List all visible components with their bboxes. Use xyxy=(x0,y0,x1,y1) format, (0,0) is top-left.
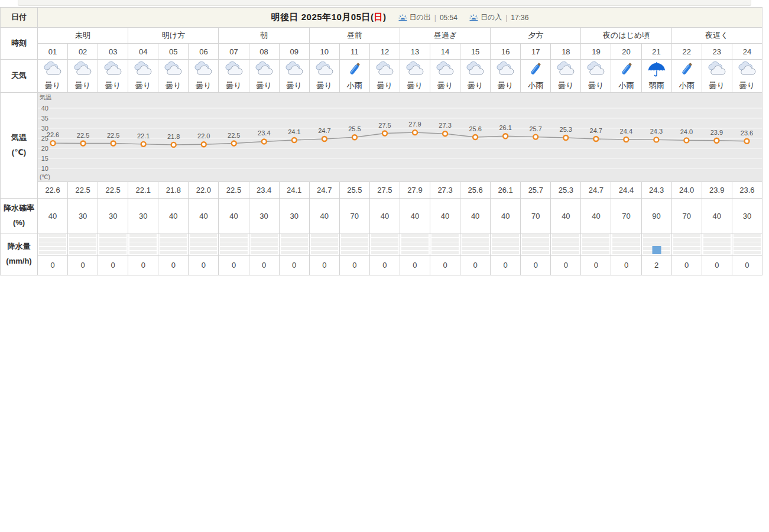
temperature-marker xyxy=(111,141,116,146)
precip-probability-cell: 40 xyxy=(430,199,460,233)
precip-bar-area xyxy=(703,234,731,254)
svg-text:25.3: 25.3 xyxy=(560,126,572,133)
weather-label: 曇り xyxy=(377,80,392,91)
precip-amount-cell: 0 xyxy=(430,233,460,275)
svg-text:15: 15 xyxy=(41,155,48,162)
temperature-value-cell: 22.1 xyxy=(128,182,158,199)
light-rain-icon xyxy=(616,61,637,80)
weather-cell: 曇り xyxy=(430,60,460,93)
temp-chart-svg: 40353025201510気温(℃)22.622.522.522.121.82… xyxy=(38,93,762,181)
precip-bar-area xyxy=(734,234,761,254)
precip-amount-value: 0 xyxy=(280,256,309,274)
cloudy-icon xyxy=(132,61,154,80)
svg-text:24.4: 24.4 xyxy=(620,128,632,135)
svg-text:10: 10 xyxy=(41,165,48,172)
cloudy-icon xyxy=(193,61,214,80)
precip-amount-value: 0 xyxy=(521,256,550,274)
temperature-value-cell: 27.9 xyxy=(400,182,430,199)
precip-amount-cell: 2 xyxy=(641,233,671,275)
period-cell-3: 朝 xyxy=(219,28,309,44)
weather-label: 曇り xyxy=(45,80,60,91)
precip-bar-area xyxy=(69,234,96,254)
weather-cell: 曇り xyxy=(38,60,68,93)
temperature-marker xyxy=(563,135,568,140)
svg-text:27.3: 27.3 xyxy=(439,122,451,129)
cloudy-icon xyxy=(374,61,395,80)
hour-cell: 01 xyxy=(38,44,68,60)
svg-text:22.5: 22.5 xyxy=(107,132,119,139)
precip-bar-area xyxy=(673,234,700,254)
sunrise-info: 日の出|05:54 xyxy=(398,12,457,22)
weather-label: 弱雨 xyxy=(649,80,664,91)
temperature-marker xyxy=(292,138,297,142)
precip-probability-cell: 90 xyxy=(641,199,671,233)
cloudy-icon xyxy=(585,61,606,80)
weather-cell: 曇り xyxy=(219,60,249,93)
precip-probability-cell: 40 xyxy=(309,199,339,233)
svg-text:26.1: 26.1 xyxy=(499,124,511,131)
precip-bar-area xyxy=(129,234,157,254)
precip-probability-cell: 70 xyxy=(521,199,551,233)
hour-cell: 06 xyxy=(189,44,219,60)
svg-text:25.7: 25.7 xyxy=(529,125,541,132)
date-row-label: 日付 xyxy=(1,8,38,28)
precip-amount-value: 0 xyxy=(219,256,248,274)
forecast-date: 明後日 2025年10月05日(日) xyxy=(271,12,387,23)
precip-probability-cell: 40 xyxy=(460,199,491,233)
precip-bar-area xyxy=(492,234,519,254)
temperature-value-cell: 22.6 xyxy=(38,182,68,199)
temperature-marker xyxy=(202,142,206,147)
svg-text:24.7: 24.7 xyxy=(318,127,330,134)
precip-amount-cell: 0 xyxy=(702,233,732,275)
precip-amount-cell: 0 xyxy=(611,233,641,275)
precip-probability-cell: 40 xyxy=(581,199,611,233)
weather-cell: 曇り xyxy=(128,60,158,93)
temperature-value-cell: 25.6 xyxy=(460,182,491,199)
weather-cell: 曇り xyxy=(98,60,128,93)
precip-amount-cell: 0 xyxy=(38,233,68,275)
precip-amount-cell: 0 xyxy=(521,233,551,275)
temperature-chart-cell: 40353025201510気温(℃)22.622.522.522.121.82… xyxy=(38,93,762,182)
temperature-marker xyxy=(262,139,267,144)
hourly-forecast-table: 日付 明後日 2025年10月05日(日) 日の出|05:54 日の入|17:3… xyxy=(0,7,762,275)
temperature-marker xyxy=(624,137,628,142)
weather-cell: 曇り xyxy=(189,60,219,93)
period-cell-1: 未明 xyxy=(38,28,128,44)
svg-text:23.6: 23.6 xyxy=(741,129,753,137)
precip-amount-cell: 0 xyxy=(98,233,128,275)
cloudy-icon xyxy=(706,61,728,80)
temperature-value-cell: 24.4 xyxy=(611,182,641,199)
precip-amount-cell: 0 xyxy=(369,233,400,275)
precip-bar-area xyxy=(462,234,489,254)
precip-probability-row: 降水確率 (%) 4030303040404030304070404040404… xyxy=(1,199,762,233)
weather-label: 曇り xyxy=(287,80,302,91)
temperature-value-cell: 24.1 xyxy=(279,182,309,199)
weather-cell: 曇り xyxy=(460,60,491,93)
weather-label: 曇り xyxy=(558,80,573,91)
weather-cell: 曇り xyxy=(581,60,611,93)
cloudy-icon xyxy=(223,61,245,80)
precip-bar-area xyxy=(552,234,579,254)
temperature-value-cell: 23.9 xyxy=(702,182,732,199)
temperature-marker xyxy=(593,137,598,141)
temperature-value-cell: 24.7 xyxy=(309,182,339,199)
sunrise-icon xyxy=(398,14,407,21)
temperature-marker xyxy=(81,141,86,146)
hour-cell: 10 xyxy=(309,44,339,60)
hour-cell: 03 xyxy=(98,44,128,60)
precip-bar-area xyxy=(431,234,459,254)
cloudy-icon xyxy=(72,61,93,80)
svg-text:25.5: 25.5 xyxy=(348,125,361,132)
date-header-cell: 明後日 2025年10月05日(日) 日の出|05:54 日の入|17:36 xyxy=(38,8,762,28)
precip-bar-area xyxy=(39,234,66,254)
precip-amount-cell: 0 xyxy=(309,233,339,275)
precip-amount-value: 0 xyxy=(158,256,188,274)
precip-amount-value: 0 xyxy=(702,256,732,274)
weather-label: 小雨 xyxy=(528,80,543,91)
weather-cell: 小雨 xyxy=(521,60,551,93)
temperature-marker xyxy=(654,137,658,142)
weather-label: 曇り xyxy=(498,80,513,91)
hour-cell: 23 xyxy=(702,44,732,60)
precip-amount-cell: 0 xyxy=(400,233,430,275)
precip-probability-cell: 30 xyxy=(279,199,309,233)
